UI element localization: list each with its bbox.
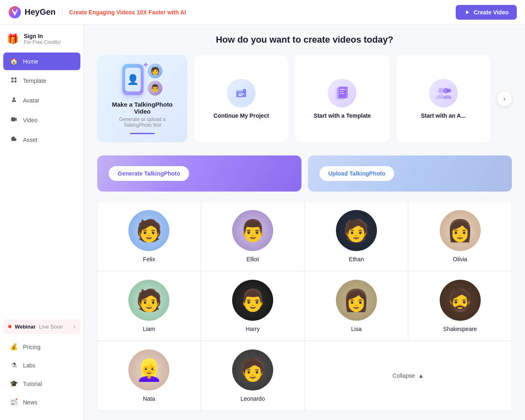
home-icon: 🏠: [10, 57, 18, 65]
avatar-card-lisa[interactable]: 👩 Lisa: [305, 271, 409, 341]
layout: 🎁 Sign In For Free Credits! 🏠 Home Templ…: [0, 25, 525, 420]
avatar-card-ethan[interactable]: 🧑 Ethan: [305, 201, 409, 271]
felix-name: Felix: [143, 256, 155, 262]
sign-in-name: Sign In: [24, 33, 61, 39]
start-template-card[interactable]: Start with a Template: [295, 55, 389, 142]
lisa-name: Lisa: [351, 326, 362, 332]
avatar-card-harry[interactable]: 👨 Harry: [201, 271, 305, 341]
start-avatar-card[interactable]: Start with an A...: [396, 55, 491, 142]
create-video-label: Create Video: [474, 9, 509, 16]
avatar-card-liam[interactable]: 🧑 Liam: [97, 271, 201, 341]
shakespeare-avatar-img: 🧔: [440, 280, 481, 321]
template-icon: [10, 77, 18, 85]
logo[interactable]: HeyGen: [8, 6, 56, 19]
sign-in-text: Sign In For Free Credits!: [24, 33, 61, 45]
sidebar-template-label: Template: [23, 78, 46, 84]
svg-rect-15: [340, 93, 345, 94]
sidebar-sign-in[interactable]: 🎁 Sign In For Free Credits!: [0, 30, 84, 52]
header: HeyGen Create Engaging Videos 10X Faster…: [0, 0, 525, 25]
talking-photo-illustration: 👤 ✦ 🧑 👨: [122, 63, 162, 96]
start-avatar-svg-icon: [434, 85, 452, 101]
svg-rect-14: [340, 91, 344, 92]
start-template-icon-bg: [328, 79, 356, 107]
svg-rect-2: [14, 78, 16, 80]
nata-emoji: 👱‍♀️: [136, 358, 162, 383]
sidebar-item-pricing[interactable]: 💰 Pricing: [3, 338, 80, 356]
star-decoration: ✦: [142, 60, 149, 70]
main-content: How do you want to create videos today? …: [84, 25, 525, 420]
leonardo-name: Leonardo: [241, 395, 265, 402]
sidebar-item-home[interactable]: 🏠 Home: [3, 52, 80, 70]
elliot-name: Elliot: [247, 256, 259, 262]
lisa-avatar-img: 👩: [336, 280, 377, 321]
continue-project-card[interactable]: Continue My Project: [194, 55, 288, 142]
avatar-card-elliot[interactable]: 👨 Elliot: [201, 201, 305, 271]
sidebar-item-avatar[interactable]: Avatar: [3, 91, 80, 110]
upload-talking-photo-banner[interactable]: Upload TalkingPhoto: [308, 155, 512, 192]
ethan-name: Ethan: [349, 256, 364, 262]
olivia-emoji: 👩: [447, 218, 473, 243]
generate-talking-photo-button[interactable]: Generate TalkingPhoto: [109, 166, 189, 181]
avatar-card-leonardo[interactable]: 🧑 Leonardo: [201, 341, 305, 411]
sidebar-item-template[interactable]: Template: [3, 72, 80, 90]
phone-illustration: 👤 ✦ 🧑 👨: [122, 64, 162, 96]
heygen-logo-icon: [8, 6, 21, 19]
sidebar: 🎁 Sign In For Free Credits! 🏠 Home Templ…: [0, 25, 84, 420]
tagline-suffix: Faster with AI: [147, 9, 186, 16]
start-template-icon-area: [328, 79, 356, 107]
avatar-card-felix[interactable]: 🧑 Felix: [97, 201, 201, 271]
create-video-button[interactable]: Create Video: [456, 5, 517, 20]
start-avatar-icon-bg: [429, 79, 458, 107]
generate-talking-photo-banner[interactable]: Generate TalkingPhoto: [97, 155, 301, 192]
sidebar-item-tutorial[interactable]: 🎓 Tutorial: [3, 375, 80, 393]
upload-talking-photo-button[interactable]: Upload TalkingPhoto: [320, 166, 395, 181]
sidebar-item-video[interactable]: Video: [3, 111, 80, 129]
harry-avatar-img: 👨: [232, 280, 273, 321]
webinar-left: Webinar Live Soon: [8, 324, 63, 330]
avatar-thumb-1: 🧑: [148, 64, 162, 78]
continue-project-icon-bg: [227, 79, 256, 107]
continue-project-icon-area: [227, 79, 256, 107]
sidebar-video-label: Video: [23, 117, 38, 123]
liam-emoji: 🧑: [136, 288, 162, 313]
sidebar-bottom: 💰 Pricing ⚗ Labs 🎓 Tutorial 📰 News: [0, 336, 84, 415]
olivia-avatar-img: 👩: [440, 210, 481, 251]
sidebar-item-news[interactable]: 📰 News: [3, 393, 80, 411]
pricing-icon: 💰: [10, 343, 18, 351]
sidebar-item-labs[interactable]: ⚗ Labs: [3, 356, 80, 374]
webinar-status: Live Soon: [39, 324, 63, 330]
gift-icon: 🎁: [7, 33, 19, 45]
sidebar-webinar[interactable]: Webinar Live Soon ›: [3, 319, 80, 334]
shakespeare-name: Shakespeare: [443, 326, 477, 332]
shakespeare-emoji: 🧔: [447, 288, 473, 313]
collapse-chevron-icon: ▲: [418, 372, 424, 379]
svg-point-16: [438, 88, 444, 94]
leonardo-avatar-img: 🧑: [232, 349, 273, 390]
collapse-card[interactable]: Collapse ▲: [305, 341, 512, 411]
sidebar-pricing-label: Pricing: [23, 344, 41, 350]
sidebar-spacer: [0, 150, 84, 317]
start-template-label: Start with a Template: [314, 112, 371, 119]
phone-screen: 👤: [125, 68, 141, 91]
page-title: How do you want to create videos today?: [97, 34, 512, 45]
sidebar-item-asset[interactable]: Asset: [3, 131, 80, 149]
phone-container: 👤 ✦: [122, 64, 144, 95]
header-divider: [62, 7, 63, 17]
liam-name: Liam: [143, 326, 155, 332]
scroll-right-arrow[interactable]: ›: [497, 91, 512, 106]
avatar-card-shakespeare[interactable]: 🧔 Shakespeare: [408, 271, 512, 341]
ethan-emoji: 🧑: [343, 218, 370, 243]
webinar-label: Webinar: [15, 324, 36, 330]
generate-btn-label: Generate TalkingPhoto: [118, 170, 180, 177]
leonardo-emoji: 🧑: [240, 358, 266, 383]
talking-photo-card[interactable]: 👤 ✦ 🧑 👨 Make a TalkingPhoto Video Genera…: [97, 55, 187, 142]
svg-rect-4: [14, 80, 16, 82]
ethan-avatar-img: 🧑: [336, 210, 377, 251]
sidebar-news-label: News: [23, 399, 37, 406]
phone-shape: 👤: [122, 64, 144, 95]
start-avatar-icon-area: [429, 79, 458, 107]
talking-photo-title: Make a TalkingPhoto Video: [105, 101, 179, 115]
avatar-card-nata[interactable]: 👱‍♀️ Nata: [97, 341, 201, 411]
start-avatar-label: Start with an A...: [421, 112, 466, 119]
avatar-card-olivia[interactable]: 👩 Olivia: [408, 201, 512, 271]
